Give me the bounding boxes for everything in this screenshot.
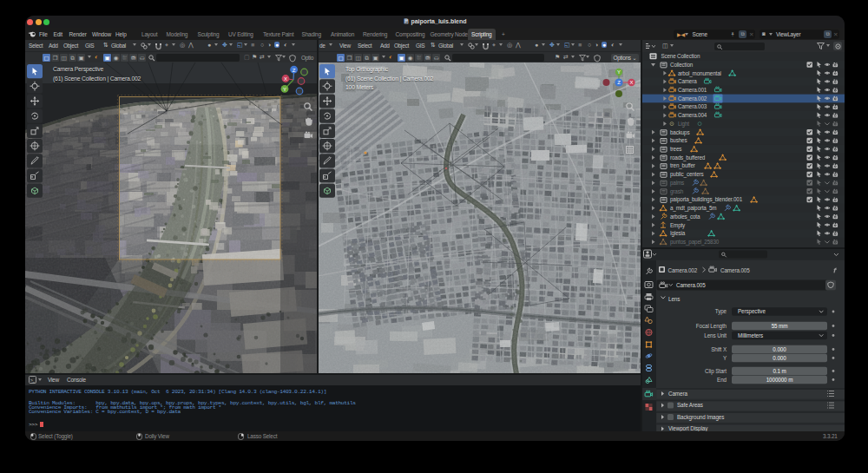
svg-text:Empty: Empty — [670, 222, 686, 229]
svg-text:X: X — [284, 76, 287, 82]
svg-text:Scene Collection: Scene Collection — [661, 53, 700, 59]
svg-text:Camera.002: Camera.002 — [668, 267, 698, 273]
svg-text:public_centers: public_centers — [670, 171, 704, 178]
svg-text:tren_buffer: tren_buffer — [670, 162, 695, 169]
svg-text:Focal Length: Focal Length — [696, 323, 727, 330]
svg-text:Safe Areas: Safe Areas — [677, 402, 703, 408]
svg-text:Z: Z — [617, 80, 621, 85]
svg-text:paiporta_buildings_blender.001: paiporta_buildings_blender.001 — [670, 196, 743, 203]
svg-text:Camera.005: Camera.005 — [720, 267, 750, 273]
svg-text:backups: backups — [670, 129, 689, 136]
svg-text:Viewport Display: Viewport Display — [668, 425, 708, 431]
svg-text:Collection: Collection — [670, 62, 694, 68]
svg-text:Lens Unit: Lens Unit — [704, 332, 727, 338]
svg-text:Light: Light — [678, 121, 689, 128]
svg-text:1000000 m: 1000000 m — [766, 377, 793, 383]
svg-text:Camera.005: Camera.005 — [676, 282, 706, 288]
svg-text:0.000: 0.000 — [773, 346, 786, 352]
svg-text:arboles_cota: arboles_cota — [670, 214, 700, 220]
svg-text:Camera.002: Camera.002 — [678, 95, 707, 102]
svg-text:palms: palms — [670, 180, 684, 187]
svg-text:Y: Y — [283, 87, 286, 92]
svg-text:Camera: Camera — [678, 78, 697, 84]
svg-text:Y: Y — [617, 69, 621, 75]
svg-text:Background Images: Background Images — [677, 414, 724, 421]
svg-text:Shift X: Shift X — [711, 346, 727, 352]
svg-text:puntos_papel_25830: puntos_papel_25830 — [670, 239, 720, 246]
svg-text:Camera.004: Camera.004 — [678, 112, 707, 118]
svg-text:0.000: 0.000 — [773, 355, 786, 361]
svg-text:Millimeters: Millimeters — [738, 332, 763, 338]
svg-text:Z: Z — [293, 68, 296, 73]
svg-text:arbol_monumental: arbol_monumental — [678, 70, 721, 77]
svg-text:bushes: bushes — [670, 137, 687, 143]
svg-text:Camera.001: Camera.001 — [678, 87, 707, 93]
svg-text:grash: grash — [670, 188, 684, 195]
svg-text:Lens: Lens — [668, 296, 680, 302]
svg-text:55 mm: 55 mm — [772, 323, 788, 329]
svg-text:Camera.003: Camera.003 — [678, 103, 707, 109]
svg-text:Camera: Camera — [668, 391, 687, 397]
svg-text:Perspective: Perspective — [738, 308, 766, 315]
svg-text:0.1 m: 0.1 m — [773, 368, 786, 374]
svg-text:X: X — [629, 80, 633, 85]
svg-text:Type: Type — [715, 308, 727, 315]
svg-text:End: End — [717, 377, 727, 383]
svg-text:trees: trees — [670, 146, 681, 152]
svg-text:roads_buffered: roads_buffered — [670, 154, 706, 161]
svg-text:Clip Start: Clip Start — [705, 368, 727, 375]
svg-text:a_mdt_paiporta_5m: a_mdt_paiporta_5m — [670, 205, 716, 212]
svg-text:Iglesia: Iglesia — [670, 230, 686, 237]
